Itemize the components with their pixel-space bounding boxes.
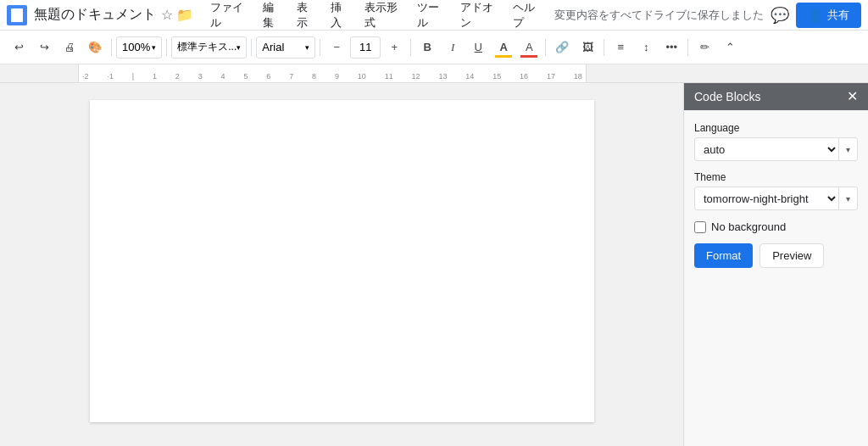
divider-5 [410, 39, 411, 56]
menu-bar: ファイル 編集 表示 挿入 表示形式 ツール アドオン ヘルプ [203, 0, 548, 33]
theme-select-wrap[interactable]: tomorrow-night-bright ▾ [694, 187, 858, 210]
text-color-bar [520, 55, 537, 58]
font-arrow: ▾ [305, 43, 309, 52]
more-button[interactable]: ••• [659, 36, 683, 59]
menu-format[interactable]: 表示形式 [358, 0, 409, 33]
underline-button[interactable]: U [466, 36, 490, 59]
divider-4 [320, 39, 320, 56]
document-area[interactable] [0, 83, 683, 446]
style-select-box[interactable]: 標準テキス... ▾ [171, 36, 247, 59]
paint-format-button[interactable]: 🎨 [83, 36, 107, 59]
collapse-button[interactable]: ⌃ [718, 36, 742, 59]
text-color-button[interactable]: A [517, 36, 541, 59]
highlight-button[interactable]: A [492, 36, 515, 59]
preview-button[interactable]: Preview [760, 243, 824, 268]
align-button[interactable]: ≡ [609, 36, 632, 59]
theme-field: Theme tomorrow-night-bright ▾ [694, 171, 858, 210]
pen-button[interactable]: ✏ [693, 36, 716, 59]
link-button[interactable]: 🔗 [550, 36, 574, 59]
title-icons: ☆ 📁 [161, 7, 193, 23]
divider-6 [545, 39, 546, 56]
font-size-decrease-button[interactable]: − [325, 36, 348, 59]
menu-file[interactable]: ファイル [203, 0, 254, 33]
menu-view[interactable]: 表示 [290, 0, 322, 33]
font-size-increase-button[interactable]: + [382, 36, 406, 59]
sidebar-header: Code Blocks ✕ [684, 83, 868, 110]
menu-help[interactable]: ヘルプ [506, 0, 548, 33]
comment-icon[interactable]: 💬 [771, 6, 789, 25]
toolbar: ↩ ↪ 🖨 🎨 100% ▾ 標準テキス... ▾ Arial ▾ − 11 +… [0, 31, 868, 64]
format-button[interactable]: Format [694, 243, 753, 268]
font-size-value: 11 [359, 41, 371, 53]
doc-title: 無題のドキュメント [34, 6, 156, 24]
pen-icon: ✏ [700, 41, 709, 53]
sidebar: Code Blocks ✕ Language auto ▾ Theme tomo… [683, 83, 868, 446]
sidebar-close-button[interactable]: ✕ [847, 90, 858, 103]
divider-2 [166, 39, 167, 56]
image-icon: 🖼 [582, 41, 593, 53]
redo-button[interactable]: ↪ [32, 36, 56, 59]
ruler: ·2 ·1 | 1 2 3 4 5 6 7 8 9 10 11 12 13 14… [78, 64, 587, 82]
share-icon: 👤 [808, 8, 822, 22]
text-color-letter: A [526, 41, 533, 53]
share-button[interactable]: 👤 共有 [796, 3, 861, 28]
no-background-row: No background [694, 220, 858, 233]
zoom-box[interactable]: 100% ▾ [116, 36, 162, 59]
more-icon: ••• [665, 41, 677, 53]
link-icon: 🔗 [555, 41, 569, 53]
language-field: Language auto ▾ [694, 122, 858, 161]
collapse-icon: ⌃ [726, 41, 735, 53]
document-page[interactable] [90, 100, 594, 422]
top-bar: 無題のドキュメント ☆ 📁 ファイル 編集 表示 挿入 表示形式 ツール アドオ… [0, 0, 868, 31]
bold-icon: B [424, 41, 431, 53]
line-spacing-button[interactable]: ↕ [634, 36, 658, 59]
style-arrow: ▾ [236, 43, 241, 52]
divider-1 [111, 39, 112, 56]
menu-insert[interactable]: 挿入 [324, 0, 356, 33]
theme-select[interactable]: tomorrow-night-bright [695, 187, 838, 209]
font-value: Arial [262, 41, 305, 53]
no-background-checkbox[interactable] [694, 221, 706, 233]
highlight-bar [495, 55, 512, 58]
divider-7 [604, 39, 604, 56]
save-status: 変更内容をすべてドライブに保存しました [554, 8, 764, 23]
divider-8 [687, 39, 688, 56]
language-select-wrap[interactable]: auto ▾ [694, 137, 858, 161]
italic-button[interactable]: I [441, 36, 465, 59]
language-select-arrow: ▾ [838, 138, 857, 160]
sidebar-body: Language auto ▾ Theme tomorrow-night-bri… [684, 110, 868, 280]
star-icon[interactable]: ☆ [161, 7, 173, 23]
undo-button[interactable]: ↩ [7, 36, 31, 59]
no-background-label: No background [711, 220, 786, 233]
main-area: Code Blocks ✕ Language auto ▾ Theme tomo… [0, 83, 868, 446]
language-label: Language [694, 122, 858, 134]
menu-tools[interactable]: ツール [410, 0, 452, 33]
theme-label: Theme [694, 171, 858, 183]
italic-icon: I [451, 41, 454, 54]
underline-icon: U [475, 41, 482, 53]
divider-3 [251, 39, 252, 56]
menu-edit[interactable]: 編集 [256, 0, 288, 33]
menu-addons[interactable]: アドオン [453, 0, 504, 33]
language-select[interactable]: auto [695, 138, 838, 160]
action-buttons: Format Preview [694, 243, 858, 268]
highlight-letter: A [500, 41, 508, 53]
align-icon: ≡ [617, 41, 624, 53]
print-button[interactable]: 🖨 [58, 36, 81, 59]
ruler-area: ·2 ·1 | 1 2 3 4 5 6 7 8 9 10 11 12 13 14… [0, 64, 868, 83]
sidebar-title: Code Blocks [694, 90, 761, 103]
zoom-arrow: ▾ [152, 43, 156, 52]
image-button[interactable]: 🖼 [576, 36, 599, 59]
share-label: 共有 [827, 8, 849, 23]
font-select-box[interactable]: Arial ▾ [256, 36, 315, 59]
ruler-marks: ·2 ·1 | 1 2 3 4 5 6 7 8 9 10 11 12 13 14… [82, 72, 582, 82]
font-size-box[interactable]: 11 [350, 36, 381, 59]
folder-icon[interactable]: 📁 [176, 7, 193, 23]
bold-button[interactable]: B [415, 36, 439, 59]
zoom-value: 100% [122, 41, 150, 53]
line-spacing-icon: ↕ [643, 41, 649, 53]
app-icon-inner [11, 8, 23, 22]
theme-select-arrow: ▾ [838, 187, 857, 209]
style-value: 標準テキス... [177, 40, 236, 54]
app-icon [7, 5, 27, 25]
